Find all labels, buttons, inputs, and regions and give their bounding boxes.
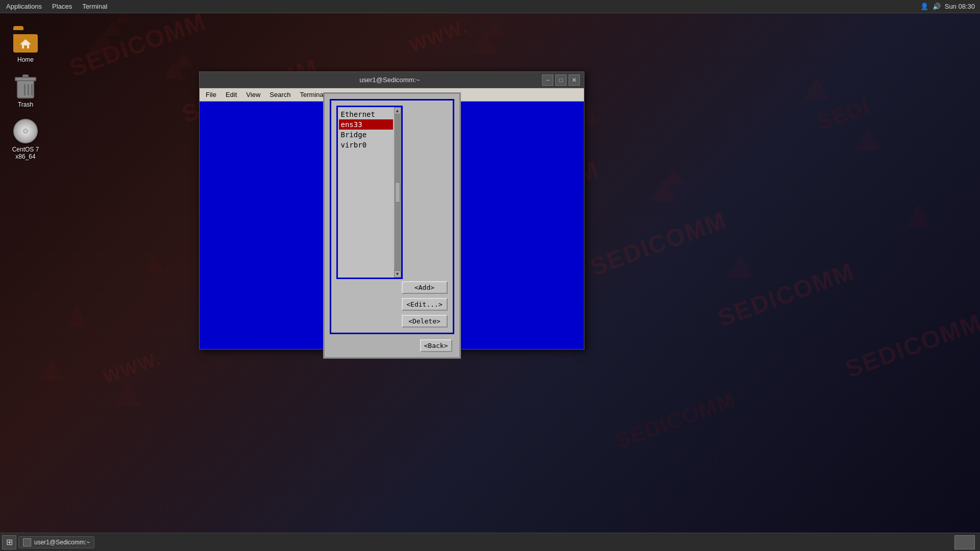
taskbar-top-right: 👤 🔊 Sun 08:30 (920, 3, 980, 10)
trash-line-3 (31, 84, 33, 95)
tray-volume-icon: 🔊 (933, 3, 941, 10)
nmtui-inner: Ethernet ens33 Bridge virbr0 ▲ ▼ (330, 99, 454, 334)
centos-icon-label: CentOS 7 x86_64 (5, 146, 46, 160)
network-item-ens33[interactable]: ens33 (339, 119, 393, 130)
network-item-virbr0[interactable]: virbr0 (339, 140, 393, 150)
nmtui-actions: <Add> <Edit...> <Delete> (402, 279, 448, 328)
taskbar-top-left: Applications Places Terminal (0, 2, 111, 11)
terminal-content: Ethernet ens33 Bridge virbr0 ▲ ▼ (200, 102, 584, 349)
trash-icon (13, 73, 38, 99)
taskbar-right-area (954, 535, 978, 549)
tray-user-icon: 👤 (920, 3, 928, 10)
watermark-9: WWW. (100, 347, 164, 388)
trash-line-2 (28, 84, 29, 95)
scroll-thumb[interactable] (395, 182, 400, 203)
close-button[interactable]: ✕ (569, 74, 580, 86)
svg-marker-15 (804, 77, 829, 99)
edit-button[interactable]: <Edit...> (402, 298, 448, 311)
watermark-5: SEDICOMM (586, 206, 730, 281)
window-controls: − □ ✕ (542, 74, 580, 86)
svg-marker-16 (855, 128, 880, 151)
add-button[interactable]: <Add> (402, 281, 448, 294)
centos-disc-icon (13, 118, 38, 144)
terminal-taskbar-icon (23, 538, 31, 546)
taskbar-terminal[interactable]: Terminal (78, 2, 111, 11)
folder-body (13, 34, 38, 53)
back-button[interactable]: <Back> (420, 339, 452, 352)
svg-marker-7 (143, 255, 163, 273)
home-symbol (20, 38, 31, 48)
scroll-arrow-down[interactable]: ▼ (394, 270, 401, 278)
svg-marker-0 (87, 31, 117, 56)
trash-icon-label: Trash (18, 101, 33, 108)
desktop-icons: Home Trash (0, 18, 51, 170)
scrollbar: ▲ ▼ (394, 107, 401, 278)
terminal-window: user1@Sedicomm:~ − □ ✕ File Edit View Se… (199, 71, 584, 349)
menu-edit[interactable]: Edit (222, 90, 241, 99)
svg-marker-17 (906, 204, 932, 227)
svg-marker-1 (102, 20, 122, 36)
watermark-8: WWW. (406, 16, 470, 57)
trash-line-1 (24, 84, 26, 95)
svg-marker-19 (115, 383, 140, 406)
terminal-taskbar-label: user1@Sedicomm:~ (34, 539, 90, 546)
desktop: SEDICOMM SEDICOMM SEDICOMM SEDICOMM SEDI… (0, 0, 980, 551)
taskbar-applications[interactable]: Applications (2, 2, 46, 11)
network-section-bridge: Bridge (339, 130, 393, 140)
watermark-6: SEDICOMM (714, 257, 858, 332)
scroll-arrow-up[interactable]: ▲ (394, 107, 401, 114)
network-section-ethernet: Ethernet (339, 109, 393, 119)
nmtui-back-area: <Back> (330, 339, 454, 352)
nmtui-dialog: Ethernet ens33 Bridge virbr0 ▲ ▼ (323, 92, 461, 359)
watermark-10: SEDI (814, 93, 873, 135)
home-folder-icon (13, 29, 38, 54)
svg-marker-4 (175, 51, 193, 67)
svg-marker-13 (664, 168, 684, 185)
taskbar-clock: Sun 08:30 (945, 3, 975, 10)
svg-marker-8 (66, 306, 87, 327)
disc-center (23, 129, 28, 134)
taskbar-bottom: ⊞ user1@Sedicomm:~ (0, 533, 980, 551)
network-list-box: Ethernet ens33 Bridge virbr0 ▲ ▼ (336, 106, 403, 279)
svg-marker-14 (727, 255, 753, 278)
watermark-7: SEDICOMM (842, 308, 980, 383)
folder-tab (13, 26, 23, 30)
scroll-track (395, 114, 401, 270)
desktop-icon-centos[interactable]: CentOS 7 x86_64 (5, 118, 46, 160)
svg-marker-3 (163, 61, 184, 79)
window-title: user1@Sedicomm:~ (237, 76, 542, 84)
terminal-taskbar-button[interactable]: user1@Sedicomm:~ (18, 536, 94, 548)
trash-lines (24, 84, 33, 95)
home-icon-label: Home (17, 56, 34, 63)
delete-button[interactable]: <Delete> (402, 315, 448, 328)
menu-search[interactable]: Search (265, 90, 295, 99)
desktop-icon-trash[interactable]: Trash (5, 73, 46, 108)
window-titlebar: user1@Sedicomm:~ − □ ✕ (200, 72, 584, 88)
show-desktop-button[interactable]: ⊞ (2, 535, 16, 549)
menu-file[interactable]: File (202, 90, 220, 99)
maximize-button[interactable]: □ (555, 74, 567, 86)
svg-marker-9 (472, 31, 498, 54)
trash-can-shape (15, 74, 36, 98)
svg-marker-10 (485, 20, 505, 37)
svg-marker-18 (38, 357, 64, 380)
menu-view[interactable]: View (242, 90, 264, 99)
watermark-11: SEDICOMM (612, 387, 739, 454)
watermark-1: SEDICOMM (66, 7, 210, 82)
svg-marker-21 (20, 39, 31, 48)
taskbar-places[interactable]: Places (48, 2, 76, 11)
window-preview-box[interactable] (954, 535, 975, 549)
desktop-icon-home[interactable]: Home (5, 29, 46, 63)
taskbar-top: Applications Places Terminal 👤 🔊 Sun 08:… (0, 0, 980, 13)
minimize-button[interactable]: − (542, 74, 553, 86)
trash-body (17, 80, 34, 98)
disc-shape (13, 119, 38, 143)
svg-marker-12 (651, 179, 676, 202)
